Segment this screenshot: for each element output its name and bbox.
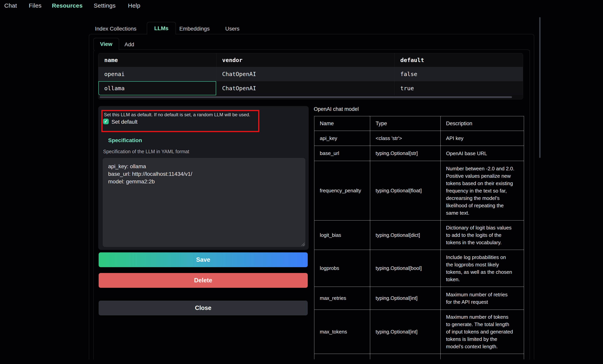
schema-table-container: Name Type Description api_key <class 'st… bbox=[314, 116, 524, 359]
cell-default-openai[interactable]: false bbox=[394, 67, 523, 81]
schema-cell-description bbox=[441, 354, 524, 360]
nav-item-settings[interactable]: Settings bbox=[94, 2, 116, 9]
llm-col-default: default bbox=[394, 53, 523, 67]
llm-col-name: name bbox=[98, 53, 216, 67]
schema-cell-description: Maximum number of retries for the API re… bbox=[441, 287, 524, 310]
app-screen: Chat Files Resources Settings Help Index… bbox=[0, 0, 603, 364]
schema-cell-type bbox=[370, 354, 441, 360]
schema-cell-type: typing.Optional[str] bbox=[370, 146, 441, 161]
schema-cell-type: typing.Optional[float] bbox=[370, 161, 441, 220]
table-row: frequency_penalty typing.Optional[float]… bbox=[314, 161, 524, 220]
specification-subheading: Specification of the LLM in YAML format bbox=[103, 149, 189, 154]
llm-col-vendor: vendor bbox=[216, 53, 394, 67]
table-row: max_tokens typing.Optional[int] Maximum … bbox=[314, 310, 524, 354]
nav-item-help[interactable]: Help bbox=[128, 2, 140, 9]
table-row: api_key <class 'str'> API key bbox=[314, 131, 524, 146]
schema-col-description: Description bbox=[441, 116, 524, 131]
schema-cell-description: OpenAI base URL bbox=[441, 146, 524, 161]
horizontal-scrollbar[interactable] bbox=[100, 96, 512, 98]
schema-cell-description: Maximum number of tokens to generate. Th… bbox=[441, 310, 524, 354]
checkmark-icon: ✓ bbox=[104, 119, 108, 124]
table-row-partial bbox=[314, 354, 524, 360]
vertical-scrollbar[interactable] bbox=[539, 17, 541, 158]
schema-cell-description: API key bbox=[441, 131, 524, 146]
schema-cell-name: logprobs bbox=[314, 250, 370, 287]
schema-cell-type: typing.Optional[dict] bbox=[370, 220, 441, 250]
specification-heading: Specification bbox=[108, 137, 142, 144]
schema-cell-name bbox=[314, 354, 370, 360]
cell-vendor-openai[interactable]: ChatOpenAI bbox=[216, 67, 394, 81]
schema-cell-type: typing.Optional[int] bbox=[370, 287, 441, 310]
llm-table-header-row: name vendor default bbox=[98, 53, 523, 67]
table-row[interactable]: openai ChatOpenAI false bbox=[98, 67, 523, 81]
delete-button[interactable]: Delete bbox=[99, 273, 308, 288]
default-hint-text: Set this LLM as default. If no default i… bbox=[104, 112, 250, 117]
schema-cell-description: Include log probabilities on the logprob… bbox=[441, 250, 524, 287]
schema-cell-name: api_key bbox=[314, 131, 370, 146]
schema-cell-name: frequency_penalty bbox=[314, 161, 370, 220]
schema-table: Name Type Description api_key <class 'st… bbox=[314, 116, 524, 359]
cell-default-ollama[interactable]: true bbox=[394, 81, 523, 95]
schema-cell-type: <class 'str'> bbox=[370, 131, 441, 146]
nav-item-chat[interactable]: Chat bbox=[4, 2, 17, 9]
tab-index-collections[interactable]: Index Collections bbox=[95, 26, 136, 32]
schema-header-row: Name Type Description bbox=[314, 116, 524, 131]
yaml-spec-textarea[interactable]: api_key: ollama base_url: http://localho… bbox=[103, 158, 305, 247]
schema-cell-name: max_retries bbox=[314, 287, 370, 310]
nav-item-resources[interactable]: Resources bbox=[52, 2, 83, 9]
table-row: max_retries typing.Optional[int] Maximum… bbox=[314, 287, 524, 310]
schema-cell-name: base_url bbox=[314, 146, 370, 161]
set-default-label[interactable]: Set default bbox=[111, 119, 138, 125]
schema-col-type: Type bbox=[370, 116, 441, 131]
cell-name-openai[interactable]: openai bbox=[98, 67, 216, 81]
schema-panel-title: OpenAI chat model bbox=[314, 106, 359, 112]
schema-cell-type: typing.Optional[bool] bbox=[370, 250, 441, 287]
schema-cell-name: max_tokens bbox=[314, 310, 370, 354]
set-default-checkbox[interactable]: ✓ bbox=[103, 119, 109, 124]
table-row: logit_bias typing.Optional[dict] Diction… bbox=[314, 220, 524, 250]
nav-item-files[interactable]: Files bbox=[29, 2, 42, 9]
table-row-selected[interactable]: ollama ChatOpenAI true bbox=[98, 81, 523, 95]
save-button[interactable]: Save bbox=[99, 252, 308, 267]
tab-embeddings[interactable]: Embeddings bbox=[179, 26, 210, 32]
close-button[interactable]: Close bbox=[99, 301, 308, 315]
table-row: base_url typing.Optional[str] OpenAI bas… bbox=[314, 146, 524, 161]
subtab-add[interactable]: Add bbox=[125, 41, 134, 48]
schema-cell-name: logit_bias bbox=[314, 220, 370, 250]
subtab-view[interactable]: View bbox=[93, 38, 119, 50]
llm-list-table: name vendor default openai ChatOpenAI fa… bbox=[98, 53, 523, 99]
tab-llms[interactable]: LLMs bbox=[147, 22, 176, 34]
cell-name-ollama[interactable]: ollama bbox=[98, 81, 216, 95]
schema-cell-description: Dictionary of logit bias values to add t… bbox=[441, 220, 524, 250]
schema-cell-description: Number between -2.0 and 2.0. Positive va… bbox=[441, 161, 524, 220]
table-row: logprobs typing.Optional[bool] Include l… bbox=[314, 250, 524, 287]
cell-vendor-ollama[interactable]: ChatOpenAI bbox=[216, 81, 394, 95]
schema-cell-type: typing.Optional[int] bbox=[370, 310, 441, 354]
schema-col-name: Name bbox=[314, 116, 370, 131]
tab-users[interactable]: Users bbox=[225, 26, 239, 32]
